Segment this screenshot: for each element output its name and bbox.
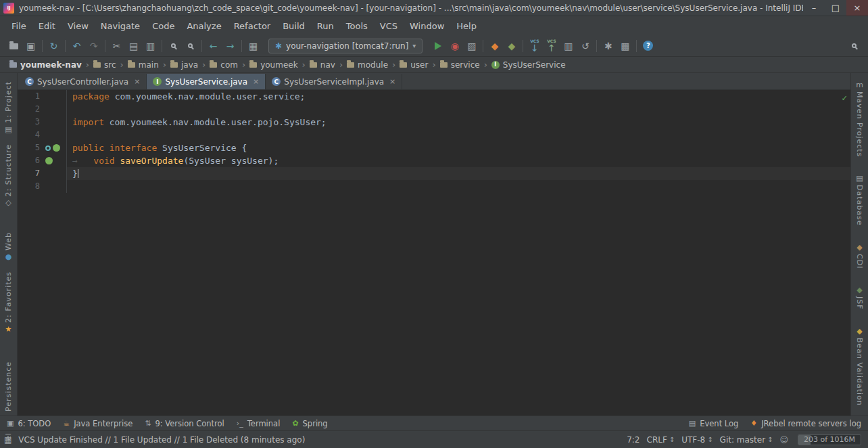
run-configuration-combo[interactable]: ✱ your-navigation [tomcat7:run] ▾: [268, 39, 423, 53]
chevron-right-icon: ›: [202, 60, 206, 70]
tool-button-1-project[interactable]: 1: Project▤: [4, 76, 13, 139]
breadcrumb-item-src[interactable]: src: [91, 60, 119, 70]
toolbar-separator: [162, 40, 162, 52]
tool-button-2-favorites[interactable]: 2: Favorites★: [4, 266, 13, 338]
hector-inspector-icon[interactable]: ☺: [777, 435, 791, 445]
tool-button-database[interactable]: ▤Database: [855, 169, 864, 231]
tool-button-jsf[interactable]: ◆JSF: [855, 281, 864, 315]
menu-item-tools[interactable]: Tools: [340, 18, 374, 34]
interface-icon: I: [491, 61, 500, 69]
line-number: 8: [18, 180, 43, 193]
interface-icon: I: [153, 77, 162, 86]
toolwindow-button-spring[interactable]: ✿Spring: [292, 419, 327, 428]
jrebel-debug-icon[interactable]: ◆: [503, 38, 520, 54]
menu-item-file[interactable]: File: [5, 18, 32, 34]
rollback-icon[interactable]: ↺: [577, 38, 594, 54]
close-button[interactable]: ×: [846, 0, 868, 16]
menu-item-view[interactable]: View: [62, 18, 95, 34]
main-area: 1: Project▤2: Structure◇Web●2: Favorites…: [0, 73, 868, 416]
toolwindow-button-jrebel-remote-servers-log[interactable]: ♦JRebel remote servers log: [750, 419, 861, 428]
close-tab-icon[interactable]: ×: [389, 77, 395, 86]
menu-item-build[interactable]: Build: [276, 18, 311, 34]
toolbar-separator: [636, 40, 637, 52]
toolwindow-button-6-todo[interactable]: ▣6: TODO: [7, 419, 51, 428]
implemented-method-marker-icon[interactable]: [45, 157, 53, 164]
implemented-marker-icon[interactable]: [45, 145, 51, 151]
chevron-right-icon: ›: [392, 60, 395, 70]
menu-item-edit[interactable]: Edit: [32, 18, 62, 34]
line-separator-widget[interactable]: CRLF↕: [644, 435, 678, 445]
memory-indicator[interactable]: 203 of 1016M: [798, 434, 861, 445]
bean-marker-icon[interactable]: [53, 144, 60, 152]
tool-button-bean-validation[interactable]: ◆Bean Validation: [855, 322, 864, 411]
toolwindow-button-9-version-control[interactable]: ⇅9: Version Control: [145, 419, 224, 428]
toolwindow-button-java-enterprise[interactable]: ☕Java Enterprise: [63, 419, 132, 428]
paste-icon[interactable]: ▥: [142, 38, 159, 54]
folder-icon: [440, 62, 448, 68]
show-changes-icon[interactable]: ▥: [560, 38, 577, 54]
run-with-coverage-icon[interactable]: ▨: [463, 38, 480, 54]
jrebel-run-icon[interactable]: ◆: [486, 38, 503, 54]
tool-button-cdi[interactable]: ◆CDI: [855, 238, 864, 274]
navigate-back-icon[interactable]: ←: [205, 38, 222, 54]
breadcrumb-item-nav[interactable]: nav: [307, 60, 338, 70]
breadcrumb-item-youmeek-nav[interactable]: youmeek-nav: [7, 60, 85, 70]
open-project-icon[interactable]: [5, 38, 22, 54]
toolbar-separator: [596, 40, 597, 52]
editor-tab-sysuserservice-java[interactable]: ISysUserService.java×: [147, 74, 266, 89]
class-icon: C: [272, 77, 281, 86]
redo-icon[interactable]: ↷: [85, 38, 102, 54]
menu-item-window[interactable]: Window: [404, 18, 450, 34]
breadcrumb-item-java[interactable]: java: [168, 60, 201, 70]
cut-icon[interactable]: ✂: [108, 38, 125, 54]
search-everywhere-icon[interactable]: [846, 38, 863, 54]
project-structure-icon[interactable]: ▩: [617, 38, 633, 54]
toolwindow-button-terminal[interactable]: ›_Terminal: [237, 419, 281, 428]
menu-item-run[interactable]: Run: [311, 18, 340, 34]
tool-button-2-structure[interactable]: 2: Structure◇: [4, 139, 13, 212]
help-icon[interactable]: ?: [640, 38, 656, 54]
caret-position-widget[interactable]: 7:2: [624, 435, 642, 445]
menu-item-code[interactable]: Code: [146, 18, 180, 34]
undo-icon[interactable]: ↶: [68, 38, 85, 54]
menu-item-analyze[interactable]: Analyze: [180, 18, 227, 34]
menu-item-vcs[interactable]: VCS: [374, 18, 404, 34]
menu-item-refactor[interactable]: Refactor: [228, 18, 277, 34]
menu-item-help[interactable]: Help: [450, 18, 483, 34]
maximize-button[interactable]: □: [825, 0, 846, 16]
debug-icon[interactable]: ◉: [446, 38, 463, 54]
editor-tab-sysuserserviceimpl-java[interactable]: CSysUserServiceImpl.java×: [266, 74, 402, 89]
git-branch-widget[interactable]: Git: master↕: [717, 435, 776, 445]
commit-changes-icon[interactable]: VCS↑: [543, 38, 560, 54]
synchronize-icon[interactable]: ↻: [45, 38, 62, 54]
breadcrumb-item-com[interactable]: com: [207, 60, 241, 70]
encoding-widget[interactable]: UTF-8↕: [679, 435, 715, 445]
find-icon[interactable]: [165, 38, 182, 54]
tool-button-maven-projects[interactable]: mMaven Projects: [855, 76, 864, 162]
line-number: 4: [18, 129, 43, 141]
breadcrumb-item-module[interactable]: module: [344, 60, 391, 70]
replace-icon[interactable]: [182, 38, 199, 54]
tool-button-web[interactable]: Web●: [4, 227, 13, 266]
breadcrumb-item-service[interactable]: service: [437, 60, 483, 70]
navigate-forward-icon[interactable]: →: [222, 38, 239, 54]
save-all-icon[interactable]: ▣: [22, 38, 39, 54]
close-tab-icon[interactable]: ×: [134, 77, 140, 86]
recent-files-icon[interactable]: ▦: [245, 38, 262, 54]
run-icon[interactable]: [429, 38, 446, 54]
copy-icon[interactable]: ▤: [125, 38, 142, 54]
code-editor[interactable]: 1package com.youmeek.nav.module.user.ser…: [18, 90, 850, 416]
breadcrumb-item-user[interactable]: user: [397, 60, 431, 70]
editor-tab-sysusercontroller-java[interactable]: CSysUserController.java×: [19, 74, 147, 89]
toolwindow-button-event-log[interactable]: ▤Event Log: [689, 419, 739, 428]
inspection-ok-icon[interactable]: ✓: [842, 93, 847, 103]
settings-icon[interactable]: ✱: [600, 38, 617, 54]
menu-item-navigate[interactable]: Navigate: [95, 18, 146, 34]
chevron-right-icon: ›: [242, 60, 245, 70]
breadcrumb-item-sysuserservice[interactable]: ISysUserService: [489, 60, 569, 70]
breadcrumb-item-youmeek[interactable]: youmeek: [247, 60, 300, 70]
minimize-button[interactable]: –: [803, 0, 825, 16]
close-tab-icon[interactable]: ×: [253, 77, 259, 86]
breadcrumb-item-main[interactable]: main: [125, 60, 162, 70]
update-project-icon[interactable]: VCS↓: [526, 38, 543, 54]
